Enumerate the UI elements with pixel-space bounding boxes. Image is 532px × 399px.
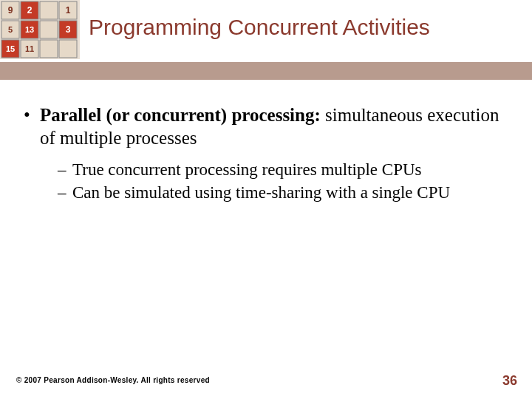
header-divider-bar	[0, 62, 532, 80]
bullet-main: Parallel (or concurrent) processing: sim…	[22, 103, 510, 150]
svg-text:11: 11	[25, 44, 34, 53]
svg-text:2: 2	[27, 5, 33, 16]
svg-text:15: 15	[6, 44, 15, 53]
svg-rect-20	[59, 40, 77, 58]
page-number: 36	[502, 373, 517, 389]
puzzle-icon: 9 2 1 5 13 3 15 11	[0, 0, 80, 59]
copyright-text: © 2007 Pearson Addison-Wesley. All right…	[16, 376, 210, 384]
svg-rect-5	[40, 1, 58, 19]
svg-text:9: 9	[8, 5, 13, 16]
svg-text:1: 1	[66, 5, 71, 16]
slide-title: Programming Concurrent Activities	[89, 15, 430, 40]
bullet-bold-text: Parallel (or concurrent) processing:	[40, 105, 321, 125]
slide-body: Parallel (or concurrent) processing: sim…	[22, 103, 510, 205]
slide-header: 9 2 1 5 13 3 15 11 Program	[0, 0, 532, 70]
svg-text:3: 3	[66, 24, 71, 35]
svg-text:5: 5	[8, 25, 13, 34]
sub-bullet-item: Can be simulated using time-sharing with…	[58, 182, 510, 204]
svg-text:13: 13	[25, 25, 34, 34]
sub-bullet-list: True concurrent processing requires mult…	[22, 159, 510, 205]
svg-rect-12	[40, 21, 58, 38]
sub-bullet-item: True concurrent processing requires mult…	[58, 159, 510, 181]
svg-rect-19	[40, 40, 58, 58]
